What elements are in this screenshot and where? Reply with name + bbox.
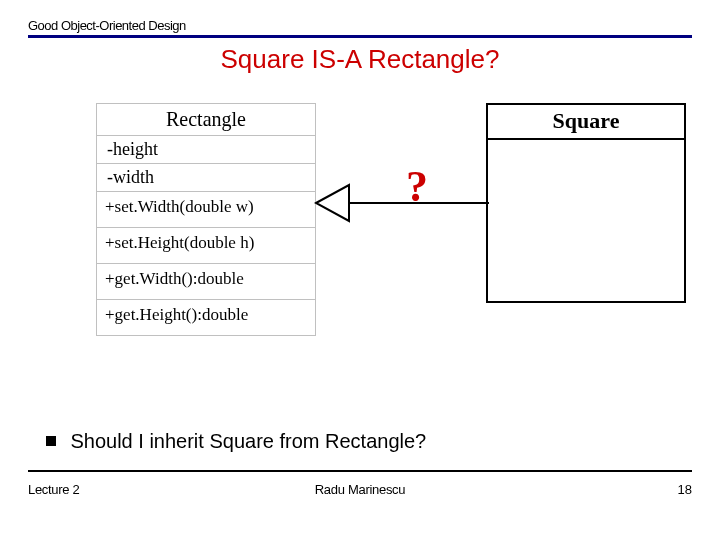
- uml-class-rectangle: Rectangle -height -width +set.Width(doub…: [96, 103, 316, 336]
- header-label: Good Object-Oriented Design: [28, 18, 692, 33]
- diagram-area: Rectangle -height -width +set.Width(doub…: [36, 103, 676, 363]
- footer-divider: [28, 470, 692, 472]
- page-title: Square IS-A Rectangle?: [28, 44, 692, 75]
- footer-page-number: 18: [678, 482, 692, 497]
- footer-center: Radu Marinescu: [0, 482, 720, 497]
- uml-rectangle-method: +get.Height():double: [97, 300, 315, 335]
- question-mark: ?: [406, 161, 428, 212]
- uml-rectangle-attr: -height: [97, 136, 315, 164]
- header-divider: [28, 35, 692, 38]
- svg-marker-1: [316, 185, 349, 221]
- uml-class-square: Square: [486, 103, 686, 303]
- uml-rectangle-method: +get.Width():double: [97, 264, 315, 300]
- bullet-icon: [46, 436, 56, 446]
- uml-rectangle-method: +set.Height(double h): [97, 228, 315, 264]
- uml-rectangle-classname: Rectangle: [97, 104, 315, 136]
- uml-rectangle-method: +set.Width(double w): [97, 192, 315, 228]
- inheritance-arrow-icon: [314, 173, 494, 233]
- uml-rectangle-attr: -width: [97, 164, 315, 192]
- bullet-text: Should I inherit Square from Rectangle?: [70, 430, 426, 452]
- uml-square-classname: Square: [488, 105, 684, 140]
- bullet-item: Should I inherit Square from Rectangle?: [46, 430, 426, 453]
